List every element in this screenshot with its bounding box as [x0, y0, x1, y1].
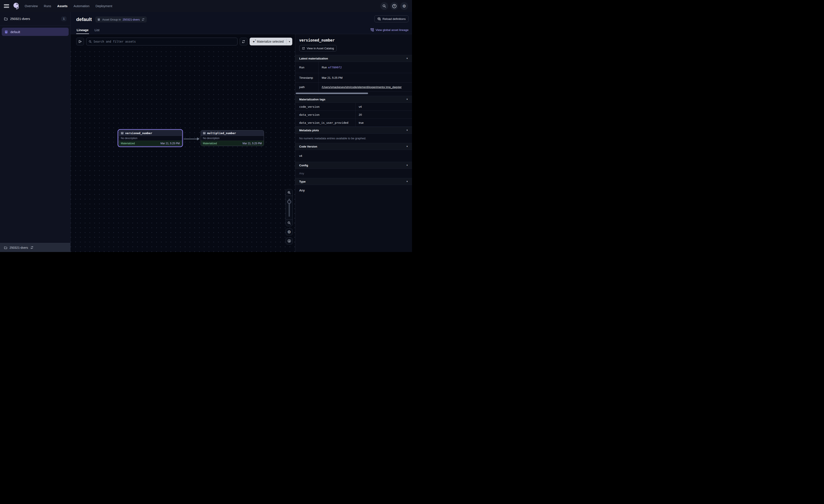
sidebar-item-default[interactable]: default: [2, 28, 69, 36]
asset-groups-sidebar: 250321-dvers 1 default 250321-dvers: [0, 12, 71, 252]
collapse-sidebar-button[interactable]: [76, 38, 84, 45]
search-button[interactable]: [380, 2, 388, 10]
asset-node-name: multiplied_number: [207, 132, 236, 135]
page-header: default Asset Group in 250321-dvers Relo…: [71, 12, 412, 34]
materialized-status: Materialized: [203, 142, 217, 145]
table-icon: [121, 132, 124, 135]
nav-item-automation[interactable]: Automation: [74, 4, 89, 8]
lineage-edge: [184, 137, 200, 140]
section-metadata-plots[interactable]: Metadata plots ▼: [295, 127, 412, 134]
dagster-app: Overview Runs Assets Automation Deployme…: [0, 0, 412, 252]
caret-down-icon: ▾: [289, 40, 290, 43]
path-link[interactable]: /Users/smackesey/stm/code/elementl/exper…: [322, 86, 402, 89]
question-icon: ?: [392, 4, 396, 8]
top-nav: Overview Runs Assets Automation Deployme…: [0, 0, 412, 12]
asset-node-multiplied-number[interactable]: multiplied_number No description Materia…: [200, 129, 265, 147]
zoom-in-icon: [287, 191, 291, 195]
page-title: default: [76, 17, 92, 22]
sync-icon[interactable]: [141, 18, 144, 21]
materialized-status: Materialized: [121, 142, 135, 145]
sidebar-item-label: default: [10, 30, 20, 34]
external-link-icon: [302, 47, 305, 50]
scrollbar-thumb[interactable]: [296, 93, 368, 94]
view-tabs: Lineage List: [76, 27, 100, 34]
asset-search-box: [86, 38, 237, 45]
hamburger-menu-icon[interactable]: [4, 4, 9, 8]
badge-location-link[interactable]: 250321-dvers: [122, 18, 140, 21]
code-location-label: 250321-dvers: [9, 246, 28, 249]
nav-item-assets[interactable]: Assets: [57, 4, 68, 8]
table-row-run: Run Runef7800f2: [295, 62, 412, 73]
zoom-slider-thumb[interactable]: [287, 200, 291, 204]
sparkles-icon: ✦✦: [252, 40, 255, 43]
zoom-controls: ⚙: [286, 189, 293, 244]
materialize-selected-label: Materialize selected: [257, 40, 284, 43]
sidebar-group-label: 250321-dvers: [10, 17, 59, 20]
section-code-version[interactable]: Code Version ▼: [295, 143, 412, 150]
asset-group-badge[interactable]: Asset Group in 250321-dvers: [95, 16, 147, 22]
section-latest-materialization[interactable]: Latest materialization ▼: [295, 55, 412, 62]
download-icon: [287, 239, 291, 243]
view-global-asset-lineage-link[interactable]: View global asset lineage: [371, 28, 409, 31]
config-value: Any: [295, 169, 412, 178]
materialize-options-dropdown[interactable]: ▾: [287, 38, 292, 45]
materialization-timestamp: Mar 21, 5:25 PM: [161, 142, 180, 145]
search-icon: [89, 40, 92, 43]
horizontal-scrollbar[interactable]: [295, 92, 412, 95]
tab-lineage[interactable]: Lineage: [76, 27, 89, 34]
section-materialization-tags[interactable]: Materialization tags ▼: [295, 96, 412, 103]
dagster-logo-icon[interactable]: [12, 2, 20, 10]
reload-definitions-button[interactable]: Reload definitions: [374, 15, 409, 22]
tab-list[interactable]: List: [94, 27, 100, 34]
asset-group-icon: [97, 18, 100, 21]
asset-node-name: versioned_number: [125, 132, 152, 135]
zoom-out-icon: [287, 221, 291, 225]
nav-item-runs[interactable]: Runs: [44, 4, 51, 8]
collapse-caret-icon[interactable]: ▼: [406, 129, 408, 131]
view-in-asset-catalog-button[interactable]: View in Asset Catalog: [299, 45, 337, 51]
sync-icon[interactable]: [30, 246, 33, 249]
asset-node-versioned-number[interactable]: versioned_number No description Material…: [118, 129, 183, 147]
refresh-graph-button[interactable]: [240, 38, 247, 45]
selected-asset-title: versioned_number: [299, 38, 408, 42]
reload-cube-icon: [377, 17, 381, 21]
zoom-slider[interactable]: [286, 196, 293, 220]
zoom-in-button[interactable]: [286, 189, 293, 196]
zoom-out-button[interactable]: [286, 220, 293, 226]
main-area: default Asset Group in 250321-dvers Relo…: [71, 12, 412, 252]
section-config[interactable]: Config ▼: [295, 162, 412, 169]
sync-icon: [241, 40, 245, 43]
asset-node-status-row[interactable]: Materialized Mar 21, 5:25 PM: [201, 141, 264, 146]
folder-icon: [4, 17, 8, 21]
nav-item-overview[interactable]: Overview: [25, 4, 38, 8]
help-button[interactable]: ?: [390, 2, 398, 10]
badge-prefix: Asset Group in: [102, 18, 121, 21]
folder-icon: [4, 246, 7, 249]
lineage-canvas[interactable]: ✦✦ Materialize selected ▾: [71, 34, 295, 252]
collapse-caret-icon[interactable]: ▼: [406, 180, 408, 182]
section-type[interactable]: Type ▼: [295, 178, 412, 185]
collapse-caret-icon[interactable]: ▼: [406, 164, 408, 166]
graph-settings-button[interactable]: ⚙: [286, 228, 293, 235]
run-id-link[interactable]: ef7800f2: [328, 66, 342, 69]
primary-nav: Overview Runs Assets Automation Deployme…: [25, 4, 112, 8]
materialize-selected-button[interactable]: ✦✦ Materialize selected: [249, 38, 287, 45]
nav-item-deployment[interactable]: Deployment: [96, 4, 112, 8]
panel-toggle-icon: [78, 39, 82, 43]
code-location-footer[interactable]: 250321-dvers: [0, 243, 70, 252]
collapse-caret-icon[interactable]: ▼: [406, 98, 408, 100]
code-version-value: v4: [295, 150, 412, 162]
lineage-graph-icon: [371, 28, 374, 31]
settings-button[interactable]: ⚙: [400, 2, 408, 10]
asset-group-icon: [5, 30, 8, 34]
asset-node-description: No description: [201, 136, 264, 141]
sidebar-group-row[interactable]: 250321-dvers 1: [0, 12, 70, 25]
search-input[interactable]: [94, 40, 235, 43]
collapse-caret-icon[interactable]: ▼: [406, 57, 408, 59]
collapse-caret-icon[interactable]: ▼: [406, 145, 408, 147]
asset-detail-panel: versioned_number View in Asset Catalog L…: [295, 34, 412, 252]
download-graph-button[interactable]: [286, 238, 293, 244]
asset-node-status-row[interactable]: Materialized Mar 21, 5:25 PM: [119, 141, 182, 146]
tag-row: data_version_is_user_provided true: [295, 119, 412, 127]
lineage-toolbar: ✦✦ Materialize selected ▾: [76, 38, 292, 45]
